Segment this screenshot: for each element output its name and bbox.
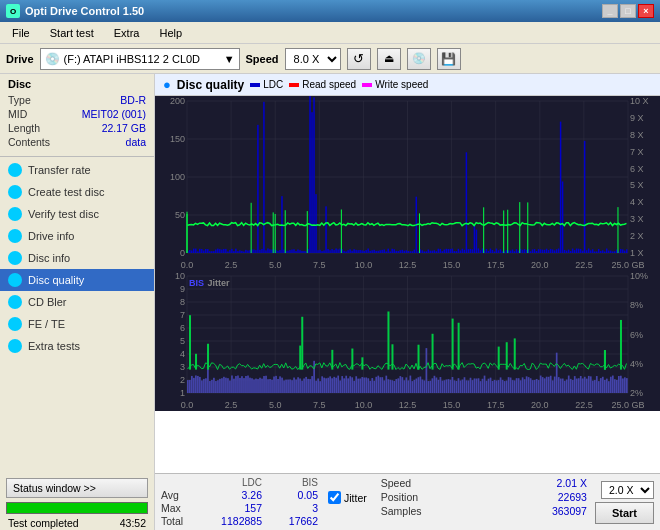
- nav-drive-info[interactable]: Drive info: [0, 225, 154, 247]
- window-controls[interactable]: _ □ ×: [602, 4, 654, 18]
- menu-help[interactable]: Help: [151, 25, 190, 41]
- position-val: 22693: [558, 491, 587, 503]
- ldc-chart: [155, 96, 660, 271]
- disc-section: Disc Type BD-R MID MEIT02 (001) Length 2…: [0, 74, 154, 157]
- nav-transfer-rate[interactable]: Transfer rate: [0, 159, 154, 181]
- status-window-btn[interactable]: Status window >>: [6, 478, 148, 498]
- charts-container: [155, 96, 660, 473]
- nav-transfer-rate-label: Transfer rate: [28, 164, 91, 176]
- extra-tests-icon: [8, 339, 22, 353]
- total-label: Total: [161, 515, 201, 527]
- chart-title: Disc quality: [177, 78, 244, 92]
- disc-type-row: Type BD-R: [8, 94, 146, 106]
- position-label: Position: [381, 491, 418, 503]
- fe-te-icon: [8, 317, 22, 331]
- nav-disc-quality[interactable]: Disc quality: [0, 269, 154, 291]
- disc-contents-row: Contents data: [8, 136, 146, 148]
- transfer-rate-icon: [8, 163, 22, 177]
- start-button[interactable]: Start: [595, 502, 654, 524]
- disc-mid-row: MID MEIT02 (001): [8, 108, 146, 120]
- menu-extra[interactable]: Extra: [106, 25, 148, 41]
- max-ldc: 157: [217, 502, 262, 514]
- nav-extra-tests-label: Extra tests: [28, 340, 80, 352]
- create-test-icon: [8, 185, 22, 199]
- speed-label: Speed: [246, 53, 279, 65]
- jitter-checkbox[interactable]: [328, 491, 341, 504]
- speed-stat-val: 2.01 X: [557, 477, 587, 489]
- cd-bler-icon: [8, 295, 22, 309]
- test-speed-select[interactable]: 2.0 X: [601, 481, 654, 499]
- max-bis: 3: [278, 502, 318, 514]
- progress-container: [6, 502, 148, 514]
- drive-value: (F:) ATAPI iHBS112 2 CL0D: [64, 53, 224, 65]
- avg-bis: 0.05: [278, 489, 318, 501]
- read-label: Read speed: [302, 79, 356, 90]
- speed-stat-label: Speed: [381, 477, 411, 489]
- nav-verify-label: Verify test disc: [28, 208, 99, 220]
- disc-length-key: Length: [8, 122, 40, 134]
- chart-icon: ●: [163, 77, 171, 92]
- samples-label: Samples: [381, 505, 422, 517]
- read-dot: [289, 83, 299, 87]
- nav-fe-te-label: FE / TE: [28, 318, 65, 330]
- disc-btn[interactable]: 💿: [407, 48, 431, 70]
- menu-file[interactable]: File: [4, 25, 38, 41]
- right-panel: ● Disc quality LDC Read speed Write spee…: [155, 74, 660, 530]
- nav-cd-bler-label: CD Bler: [28, 296, 67, 308]
- drive-selector[interactable]: 💿 (F:) ATAPI iHBS112 2 CL0D ▼: [40, 48, 240, 70]
- app-title: Opti Drive Control 1.50: [25, 5, 144, 17]
- nav-cd-bler[interactable]: CD Bler: [0, 291, 154, 313]
- disc-type-val: BD-R: [120, 94, 146, 106]
- save-btn[interactable]: 💾: [437, 48, 461, 70]
- legend-ldc: LDC: [250, 79, 283, 90]
- legend-write: Write speed: [362, 79, 428, 90]
- maximize-btn[interactable]: □: [620, 4, 636, 18]
- disc-contents-val: data: [126, 136, 146, 148]
- main-layout: Disc Type BD-R MID MEIT02 (001) Length 2…: [0, 74, 660, 530]
- ldc-label: LDC: [263, 79, 283, 90]
- drive-info-icon: [8, 229, 22, 243]
- stats-row: LDC BIS Avg 3.26 0.05 Max 157 3 Total 11…: [155, 473, 660, 530]
- titlebar: O Opti Drive Control 1.50 _ □ ×: [0, 0, 660, 22]
- drive-label: Drive: [6, 53, 34, 65]
- disc-title: Disc: [8, 78, 146, 90]
- completed-text: Test completed: [8, 517, 79, 529]
- nav-disc-info[interactable]: Disc info: [0, 247, 154, 269]
- disc-type-key: Type: [8, 94, 31, 106]
- total-bis: 17662: [278, 515, 318, 527]
- disc-length-val: 22.17 GB: [102, 122, 146, 134]
- verify-test-icon: [8, 207, 22, 221]
- disc-mid-val: MEIT02 (001): [82, 108, 146, 120]
- nav-extra-tests[interactable]: Extra tests: [0, 335, 154, 357]
- bis-chart: [155, 271, 660, 411]
- eject-btn[interactable]: ⏏: [377, 48, 401, 70]
- left-panel: Disc Type BD-R MID MEIT02 (001) Length 2…: [0, 74, 155, 530]
- nav-create-label: Create test disc: [28, 186, 104, 198]
- nav-disc-info-label: Disc info: [28, 252, 70, 264]
- refresh-btn[interactable]: ↺: [347, 48, 371, 70]
- progress-bar: [7, 503, 147, 513]
- ldc-header: LDC: [217, 477, 262, 488]
- samples-val: 363097: [552, 505, 587, 517]
- speed-select[interactable]: 8.0 X: [285, 48, 341, 70]
- chart-header: ● Disc quality LDC Read speed Write spee…: [155, 74, 660, 96]
- drivebar: Drive 💿 (F:) ATAPI iHBS112 2 CL0D ▼ Spee…: [0, 44, 660, 74]
- nav-disc-quality-label: Disc quality: [28, 274, 84, 286]
- menubar: File Start test Extra Help: [0, 22, 660, 44]
- disc-quality-icon: [8, 273, 22, 287]
- minimize-btn[interactable]: _: [602, 4, 618, 18]
- menu-starttest[interactable]: Start test: [42, 25, 102, 41]
- app-icon: O: [6, 4, 20, 18]
- nav-create-test-disc[interactable]: Create test disc: [0, 181, 154, 203]
- close-btn[interactable]: ×: [638, 4, 654, 18]
- jitter-label: Jitter: [344, 492, 367, 504]
- disc-length-row: Length 22.17 GB: [8, 122, 146, 134]
- ldc-dot: [250, 83, 260, 87]
- write-label: Write speed: [375, 79, 428, 90]
- nav-verify-test-disc[interactable]: Verify test disc: [0, 203, 154, 225]
- disc-info-icon: [8, 251, 22, 265]
- status-window-label: Status window >>: [13, 482, 96, 494]
- bis-header: BIS: [278, 477, 318, 488]
- nav-fe-te[interactable]: FE / TE: [0, 313, 154, 335]
- nav-drive-info-label: Drive info: [28, 230, 74, 242]
